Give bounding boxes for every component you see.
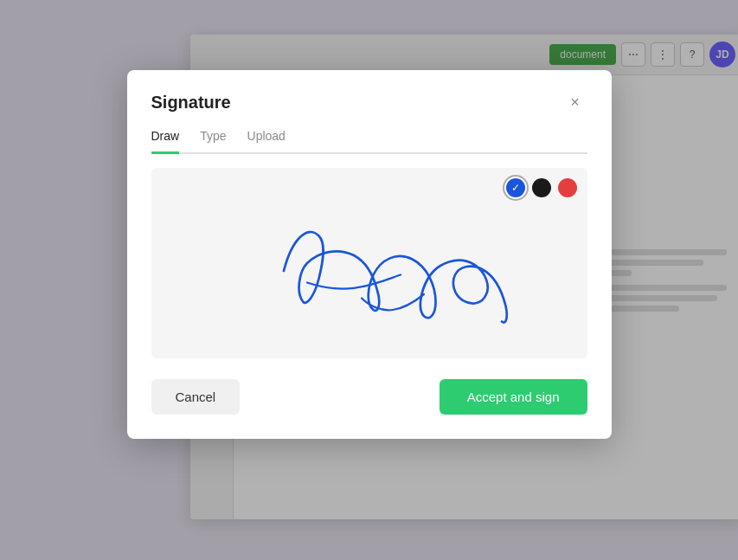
tab-draw[interactable]: Draw <box>151 129 180 154</box>
modal-footer: Cancel Accept and sign <box>151 379 587 415</box>
modal-tabs: Draw Type Upload <box>151 129 587 154</box>
close-button[interactable]: × <box>563 91 587 115</box>
modal-title: Signature <box>151 93 231 113</box>
signature-modal: Signature × Draw Type Upload ✓ <box>127 70 612 439</box>
modal-header: Signature × <box>151 91 587 115</box>
accept-sign-button[interactable]: Accept and sign <box>440 379 587 415</box>
tab-type[interactable]: Type <box>200 129 226 154</box>
modal-overlay: Signature × Draw Type Upload ✓ <box>0 0 738 560</box>
drawing-area[interactable]: ✓ <box>151 168 587 358</box>
tab-upload[interactable]: Upload <box>247 129 286 154</box>
cancel-button[interactable]: Cancel <box>151 379 241 415</box>
signature-canvas[interactable] <box>151 168 587 358</box>
